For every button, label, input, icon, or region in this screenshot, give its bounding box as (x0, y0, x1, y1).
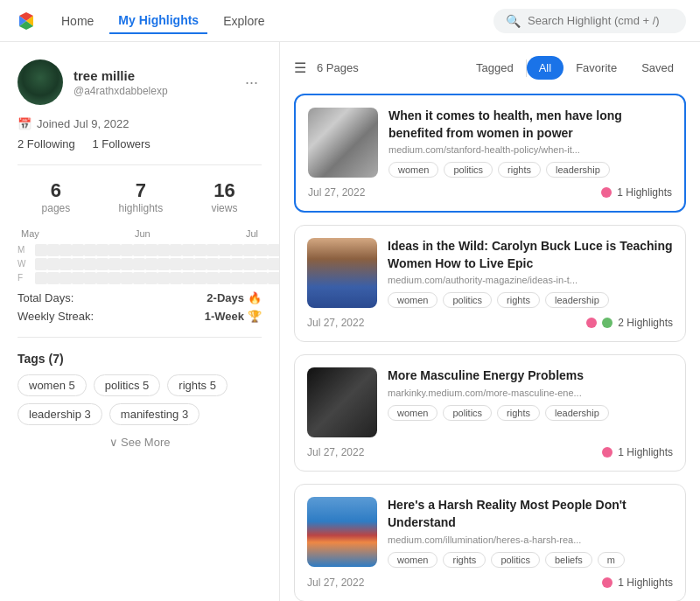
card-tag[interactable]: rights (443, 552, 486, 568)
highlight-dot (601, 187, 612, 198)
tab-favorite[interactable]: Favorite (564, 56, 629, 80)
card-title: When it comes to health, men have long b… (388, 108, 672, 142)
see-more-button[interactable]: ∨ See More (18, 436, 262, 449)
card-tag[interactable]: beliefs (545, 552, 592, 568)
cal-cell (35, 272, 47, 284)
cal-cell (60, 258, 72, 270)
followers-count[interactable]: 1 Followers (92, 137, 150, 150)
cal-cell (35, 244, 47, 256)
card-highlights-info: 1 Highlights (601, 186, 672, 199)
card-inner: When it comes to health, men have long b… (308, 108, 672, 178)
cal-cell (170, 244, 182, 256)
tag-chip-1[interactable]: politics 5 (94, 374, 161, 396)
card-tag[interactable]: politics (443, 292, 492, 308)
sidebar: tree millie @a4rathxdabbelexp ··· 📅 Join… (0, 42, 280, 601)
tab-tagged[interactable]: Tagged (464, 56, 526, 80)
following-count[interactable]: 2 Following (18, 137, 75, 150)
search-input[interactable] (528, 14, 674, 27)
top-nav: Home My Highlights Explore 🔍 (0, 0, 700, 42)
nav-home[interactable]: Home (52, 9, 102, 33)
cal-cell (256, 258, 268, 270)
highlight-card-1[interactable]: When it comes to health, men have long b… (294, 94, 686, 213)
card-tag[interactable]: women (388, 552, 438, 568)
tag-chip-2[interactable]: rights 5 (167, 374, 228, 396)
highlight-card-3[interactable]: More Masculine Energy Problems markinky.… (294, 354, 686, 472)
profile-section: tree millie @a4rathxdabbelexp ··· (18, 59, 262, 105)
tag-chip-3[interactable]: leadership 3 (18, 403, 102, 425)
tag-chip-4[interactable]: manifesting 3 (109, 403, 200, 425)
card-tag[interactable]: rights (498, 162, 541, 178)
search-icon: 🔍 (506, 14, 521, 28)
cal-cell (145, 272, 158, 284)
tags-section: Tags (7) women 5politics 5rights 5leader… (18, 352, 262, 449)
card-tag[interactable]: rights (497, 292, 540, 308)
fire-icon: 🔥 (248, 291, 262, 304)
cal-cell (194, 272, 206, 284)
cal-cell (60, 244, 72, 256)
card-tag[interactable]: women (388, 292, 438, 308)
cal-cell (72, 244, 84, 256)
card-tag[interactable]: m (598, 552, 625, 568)
highlight-card-4[interactable]: Here's a Harsh Reality Most People Don't… (294, 484, 686, 601)
card-title: Here's a Harsh Reality Most People Don't… (388, 497, 673, 531)
cal-cell (145, 244, 158, 256)
card-thumbnail (307, 367, 377, 437)
card-tags: womenrightspoliticsbeliefsm (388, 552, 673, 568)
pages-count: 6 (42, 179, 71, 202)
card-date: Jul 27, 2022 (307, 446, 364, 458)
card-tag[interactable]: women (388, 162, 438, 178)
cal-cell (108, 258, 121, 270)
nav-my-highlights[interactable]: My Highlights (109, 8, 207, 34)
cal-cell (145, 258, 158, 270)
stat-views: 16 views (211, 179, 237, 214)
month-jun: Jun (135, 228, 150, 239)
card-tag[interactable]: women (388, 405, 438, 421)
cal-cell (47, 258, 60, 270)
cal-cell (231, 258, 243, 270)
card-inner: Ideas in the Wild: Carolyn Buck Luce is … (307, 238, 673, 308)
stat-pages: 6 pages (42, 179, 71, 214)
card-highlights-info: 2 Highlights (586, 317, 673, 329)
card-footer: Jul 27, 2022 1 Highlights (307, 446, 673, 458)
card-footer: Jul 27, 2022 1 Highlights (308, 186, 672, 199)
weekly-streak-val: 1-Week (205, 310, 244, 323)
highlight-card-2[interactable]: Ideas in the Wild: Carolyn Buck Luce is … (294, 225, 686, 342)
card-tag[interactable]: politics (491, 552, 540, 568)
filter-bar: ☰ 6 Pages Tagged All Favorite Saved (294, 56, 686, 80)
cal-cell (158, 244, 170, 256)
divider-1 (18, 164, 262, 165)
more-button[interactable]: ··· (242, 70, 262, 95)
card-thumbnail (307, 497, 377, 567)
card-tag[interactable]: politics (443, 405, 492, 421)
tag-chip-0[interactable]: women 5 (18, 374, 87, 396)
cal-cell (84, 258, 96, 270)
cal-cell (194, 258, 206, 270)
card-tag[interactable]: leadership (545, 405, 609, 421)
pages-label: 6 Pages (317, 61, 359, 74)
card-tag[interactable]: rights (497, 405, 540, 421)
cal-cell (182, 244, 194, 256)
card-url: medium.com/authority-magazine/ideas-in-t… (388, 275, 673, 285)
card-content: When it comes to health, men have long b… (388, 108, 672, 178)
cal-cell (219, 244, 231, 256)
tab-all[interactable]: All (527, 56, 564, 80)
cal-cell (170, 258, 182, 270)
card-url: medium.com/illumination/heres-a-harsh-re… (388, 535, 673, 545)
search-bar[interactable]: 🔍 (494, 9, 686, 33)
cal-cell (121, 272, 133, 284)
tab-saved[interactable]: Saved (629, 56, 686, 80)
card-tag[interactable]: leadership (546, 162, 610, 178)
app-logo (14, 9, 38, 33)
avatar (18, 59, 63, 105)
filter-icon[interactable]: ☰ (294, 59, 306, 76)
cal-cell (206, 244, 219, 256)
card-tag[interactable]: politics (444, 162, 493, 178)
card-content: Ideas in the Wild: Carolyn Buck Luce is … (388, 238, 673, 308)
nav-explore[interactable]: Explore (214, 9, 273, 33)
cal-cell (35, 258, 47, 270)
cal-cell (206, 272, 219, 284)
card-thumbnail (307, 238, 377, 308)
highlight-count: 1 Highlights (617, 186, 672, 199)
calendar-section: May Jun Jul M W F (18, 228, 262, 284)
card-tag[interactable]: leadership (545, 292, 609, 308)
